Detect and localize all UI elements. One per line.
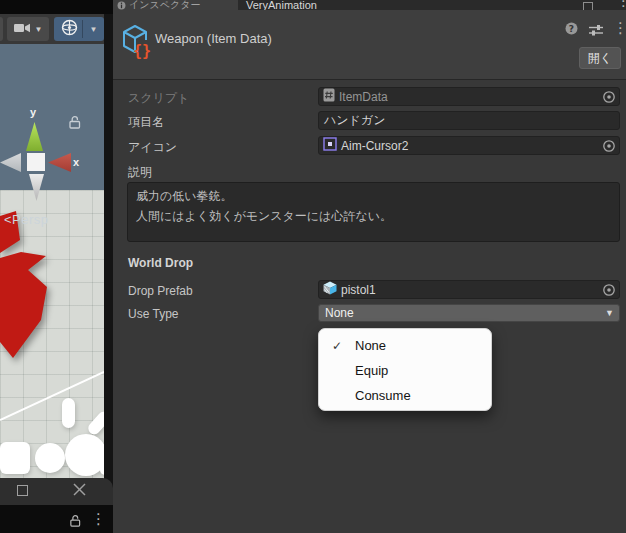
menu-item-equip[interactable]: Equip [319, 358, 491, 383]
drop-prefab-value: pistol1 [341, 283, 376, 297]
scene-white-line [0, 372, 104, 420]
script-object-field[interactable]: ItemData [318, 87, 620, 106]
scene-grid-background [0, 190, 104, 490]
scene-top-bar [0, 0, 113, 14]
drop-prefab-label: Drop Prefab [128, 284, 193, 298]
axis-x-cone[interactable] [48, 153, 71, 172]
menu-item-label: Equip [355, 363, 388, 378]
scriptable-object-icon: {} [119, 23, 151, 63]
axis-y-label: y [30, 106, 36, 118]
scene-view-pane: ▼ ▼ [0, 0, 113, 533]
chevron-down-icon: ▼ [35, 25, 43, 34]
tab-inspector-label: インスペクター [129, 0, 200, 10]
object-picker-icon[interactable] [602, 139, 616, 153]
menu-item-label: Consume [355, 388, 411, 403]
orbit-tool-button[interactable]: ▼ [54, 17, 104, 41]
window-header-bar: ⋮ [0, 505, 113, 533]
persp-toggle[interactable]: <Persp [4, 212, 49, 227]
axis-x-label: x [73, 156, 79, 168]
menu-item-consume[interactable]: Consume [319, 383, 491, 408]
toolbar-button-partial[interactable] [0, 17, 3, 41]
kebab-menu-icon[interactable]: ⋮ [91, 511, 106, 526]
orbit-sphere-icon [61, 19, 78, 40]
chevron-down-icon: ▼ [605, 309, 614, 318]
presets-icon[interactable] [589, 22, 603, 40]
scene-toolbar: ▼ ▼ [0, 14, 104, 44]
use-type-value: None [325, 306, 354, 320]
floating-window: ⋮ [0, 478, 113, 533]
prefab-cube-icon [323, 281, 337, 299]
use-type-label: Use Type [128, 307, 178, 321]
braces-glyph: {} [133, 42, 151, 59]
icon-field-label: アイコン [128, 139, 177, 156]
tab-va-label: VeryAnimation [246, 0, 317, 10]
item-name-input[interactable]: ハンドガン [318, 111, 620, 130]
open-button[interactable]: 開く [579, 47, 621, 69]
world-drop-section-title: World Drop [128, 256, 193, 270]
description-textarea[interactable]: 威力の低い拳銃。 人間にはよく効くがモンスターには心許ない。 [127, 182, 620, 242]
script-field-value: ItemData [339, 90, 388, 104]
script-field-label: スクリプト [128, 90, 189, 107]
inspector-panel: インスペクター VeryAnimation ⋮ {} Weapon (Item … [113, 0, 626, 533]
maximize-icon[interactable] [583, 2, 593, 10]
info-icon [117, 0, 126, 10]
csharp-script-icon [323, 88, 335, 106]
inspector-header: {} Weapon (Item Data) ? ⋮ 開く [113, 10, 626, 80]
kebab-menu-icon[interactable]: ⋮ [616, 0, 626, 10]
unlock-icon[interactable] [69, 513, 81, 531]
menu-item-none[interactable]: ✓ None [319, 333, 491, 358]
inspector-title: Weapon (Item Data) [155, 31, 272, 46]
maximize-icon[interactable] [17, 485, 28, 496]
tab-bar: インスペクター VeryAnimation ⋮ [113, 0, 626, 10]
sprite-icon [323, 137, 337, 155]
description-label: 説明 [128, 164, 152, 181]
scene-viewport[interactable]: y x <Persp [0, 44, 104, 490]
light-gizmo-icon [0, 398, 104, 476]
icon-object-field[interactable]: Aim-Cursor2 [318, 136, 620, 155]
close-icon[interactable] [72, 482, 87, 501]
camera-icon [14, 20, 31, 38]
chevron-down-icon[interactable]: ▼ [90, 25, 98, 34]
tab-inspector[interactable]: インスペクター [113, 0, 238, 10]
axis-z-cone[interactable] [0, 153, 21, 172]
gizmo-center-cube[interactable] [27, 153, 45, 171]
help-icon[interactable]: ? [565, 21, 578, 39]
item-name-label: 項目名 [128, 114, 164, 131]
drop-prefab-object-field[interactable]: pistol1 [318, 280, 620, 299]
camera-dropdown-button[interactable]: ▼ [7, 17, 49, 41]
item-name-value: ハンドガン [324, 112, 385, 129]
red-arrow-sprite [0, 190, 104, 490]
object-picker-icon[interactable] [602, 283, 616, 297]
icon-field-value: Aim-Cursor2 [341, 139, 408, 153]
svg-text:?: ? [569, 24, 574, 34]
tab-very-animation[interactable]: VeryAnimation [246, 0, 317, 10]
use-type-popup-menu: ✓ None Equip Consume [318, 328, 492, 411]
unlock-icon[interactable] [68, 115, 81, 133]
menu-item-label: None [355, 338, 386, 353]
check-icon: ✓ [319, 339, 355, 353]
divider [82, 20, 83, 38]
kebab-menu-icon[interactable]: ⋮ [613, 20, 626, 35]
use-type-dropdown[interactable]: None ▼ [318, 304, 620, 322]
axis-y-cone[interactable] [26, 122, 43, 151]
object-picker-icon[interactable] [602, 90, 616, 104]
